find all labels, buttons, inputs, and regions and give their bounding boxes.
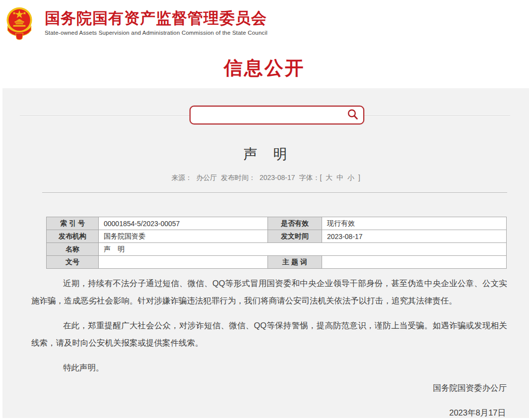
doc-name-label: 名称 [47,243,99,256]
document-info-table: 索 引 号 00001854-5/2023-00057 是否有效 现行有效 发布… [46,217,507,269]
site-header: 国务院国有资产监督管理委员会 State-owned Assets Superv… [0,0,529,88]
keyword-value [322,256,507,269]
font-size-label: 字体：[ [299,174,322,181]
table-row-name: 名称 声 明 [47,243,507,256]
source-label: 来源： [171,174,192,181]
validity-label: 是否有效 [268,217,322,230]
signature-org: 国务院国资委办公厅 [433,383,507,394]
validity-value: 现行有效 [322,217,507,230]
search-button[interactable] [345,108,361,122]
index-number-value: 00001854-5/2023-00057 [99,217,268,230]
paragraph: 近期，持续有不法分子通过短信、微信、QQ等形式冒用国资委和中央企业领导干部身份，… [31,275,507,309]
font-size-medium-button[interactable]: 中 [336,174,343,181]
issuing-org-value: 国务院国资委 [99,230,268,243]
doc-name-value: 声 明 [99,243,507,256]
font-size-small-button[interactable]: 小 [347,174,354,181]
article-title: 声 明 [2,145,529,164]
font-size-large-button[interactable]: 大 [326,174,332,181]
article-meta: 来源： 办公厅 发布时间： 2023-08-17 字体：[ 大 中 小 ] [2,174,529,182]
issuing-org-label: 发布机构 [47,230,99,243]
search-input[interactable] [191,107,363,123]
national-emblem-icon [4,5,35,41]
signature-date: 2023年8月17日 [449,408,506,419]
page-title: 信息公开 [0,56,529,81]
search-box [190,106,364,124]
content-panel: 声 明 来源： 办公厅 发布时间： 2023-08-17 字体：[ 大 中 小 … [2,88,529,418]
site-subtitle: State-owned Assets Supervision and Admin… [45,30,267,36]
table-row-docno: 文号 主 题 词 [47,256,507,269]
font-size-label-close: ] [358,174,360,181]
table-row-org: 发布机构 国务院国资委 发文时间 2023-08-17 [47,230,507,243]
source-value: 办公厅 [196,174,217,181]
pub-time-value: 2023-08-17 [260,174,295,181]
article-body: 近期，持续有不法分子通过短信、微信、QQ等形式冒用国资委和中央企业领导干部身份，… [31,275,507,384]
site-brand-link[interactable]: 国务院国有资产监督管理委员会 State-owned Assets Superv… [0,0,529,41]
issue-date-label: 发文时间 [268,230,322,243]
index-number-label: 索 引 号 [47,217,99,230]
doc-number-value [99,256,268,269]
doc-number-label: 文号 [47,256,99,269]
issue-date-value: 2023-08-17 [322,230,507,243]
site-title: 国务院国有资产监督管理委员会 [45,10,267,27]
magnifier-icon [346,108,359,121]
paragraph: 特此声明。 [31,359,507,376]
table-row-index: 索 引 号 00001854-5/2023-00057 是否有效 现行有效 [47,217,507,230]
paragraph: 在此，郑重提醒广大社会公众，对涉诈短信、微信、QQ等保持警惕，提高防范意识，谨防… [31,317,507,352]
pub-time-label: 发布时间： [221,174,256,181]
meta-divider-line [42,192,507,193]
brand-text: 国务院国有资产监督管理委员会 State-owned Assets Superv… [45,5,267,36]
keyword-label: 主 题 词 [268,256,322,269]
